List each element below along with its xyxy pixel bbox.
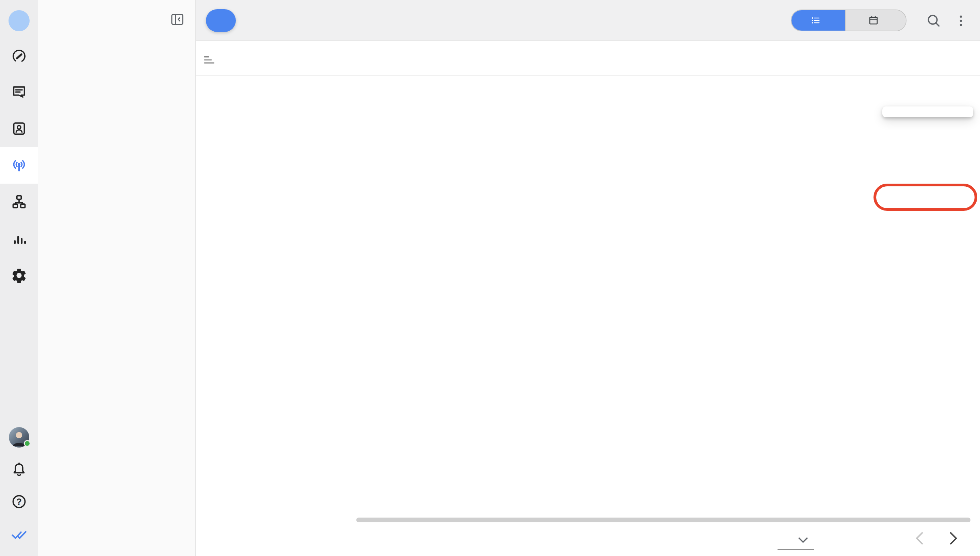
notifications-button[interactable] — [0, 451, 38, 488]
more-options-button[interactable] — [952, 12, 969, 29]
sidebar-item-settings[interactable] — [0, 257, 38, 294]
calendar-icon — [868, 15, 879, 26]
view-toggle-calendar[interactable] — [845, 10, 906, 31]
chat-icon — [11, 83, 28, 100]
view-toggle — [791, 10, 907, 31]
settings-gear-icon — [11, 267, 28, 284]
chevron-down-icon[interactable] — [798, 537, 808, 544]
dashboard-gauge-icon — [11, 48, 28, 65]
workspace-logo[interactable] — [8, 10, 29, 31]
broadcast-antenna-icon — [11, 157, 28, 174]
sidebar-item-dashboard[interactable] — [0, 38, 38, 74]
select-underline — [778, 549, 814, 550]
horizontal-scrollbar[interactable] — [356, 517, 970, 522]
notifications-bell-icon — [11, 461, 28, 478]
analytics-bars-icon — [11, 231, 28, 247]
view-toggle-table[interactable] — [792, 10, 845, 31]
collapse-panel-button[interactable] — [170, 11, 185, 27]
search-button[interactable] — [925, 12, 942, 29]
broadcasts-table — [196, 41, 980, 556]
brand-button[interactable] — [0, 516, 38, 553]
kebab-menu-icon — [953, 13, 969, 29]
row-actions-menu — [882, 107, 973, 117]
add-broadcast-button[interactable] — [206, 9, 236, 32]
column-header-name[interactable] — [198, 41, 214, 76]
topbar — [196, 0, 980, 41]
svg-text:?: ? — [16, 496, 22, 507]
sidebar-item-contacts[interactable] — [0, 110, 38, 147]
table-header — [196, 41, 980, 76]
brand-checks-icon — [11, 526, 28, 543]
primary-sidebar: ? — [0, 0, 38, 556]
sidebar-item-flows[interactable] — [0, 183, 38, 220]
sidebar-item-broadcasts[interactable] — [0, 147, 38, 184]
online-status-dot — [24, 440, 31, 447]
search-icon — [926, 13, 941, 29]
help-icon: ? — [11, 493, 28, 510]
help-button[interactable]: ? — [0, 483, 38, 520]
user-avatar[interactable] — [9, 427, 29, 448]
previous-page-button[interactable] — [913, 531, 926, 546]
next-page-button[interactable] — [947, 531, 960, 546]
main-content — [196, 0, 980, 556]
list-icon — [810, 15, 822, 26]
sort-icon — [204, 56, 214, 64]
sidebar-item-chats[interactable] — [0, 73, 38, 110]
contacts-icon — [11, 120, 28, 137]
flows-sitemap-icon — [11, 193, 28, 210]
broadcasts-panel — [38, 0, 196, 556]
collapse-panel-icon — [170, 11, 185, 27]
sidebar-item-analytics[interactable] — [0, 221, 38, 257]
clone-annotation-ring — [873, 184, 977, 211]
